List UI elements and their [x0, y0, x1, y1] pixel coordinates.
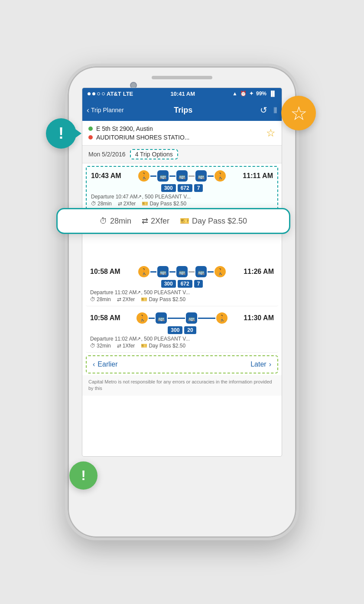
bus-icon-3: 🚌	[195, 170, 207, 182]
walk-icon-6: 🚶	[216, 312, 228, 324]
signal-dot-4	[102, 92, 105, 95]
route-stops: E 5th St 2900, Austin AUDITORIUM SHORES …	[88, 125, 189, 141]
signal-dot-1	[88, 92, 91, 95]
date-bar: Mon 5/2/2016 4 Trip Options	[82, 146, 282, 163]
route-badge-672: 672	[178, 184, 192, 192]
trip-1-route-badges: 300 672 7	[91, 184, 273, 192]
trip-3-transfers: 1Xfer	[123, 343, 135, 349]
connector-1	[150, 175, 156, 177]
trip-3-fare: Day Pass $2.50	[149, 343, 185, 349]
connector-8	[208, 271, 214, 273]
trip-1-fare: Day Pass $2.50	[150, 201, 186, 207]
date-label: Mon 5/2/2016	[88, 151, 126, 158]
trip-2-details: ⏱ 28min ⇄ 2Xfer 🎫 Day Pass $2.50	[90, 296, 274, 302]
location-icon: ▲	[232, 91, 237, 97]
connector-11	[198, 318, 215, 319]
trip-options-badge: 4 Trip Options	[130, 149, 178, 159]
connector-5	[150, 271, 156, 273]
later-label: Later	[250, 360, 266, 368]
popup-fare-item: 🎫 Day Pass $2.50	[180, 216, 247, 226]
later-button[interactable]: Later ›	[250, 360, 271, 368]
connector-7	[188, 271, 195, 273]
connector-10	[168, 318, 185, 319]
status-bar: AT&T LTE 10:41 AM ▲ ⏰ ✦ 99% ▐▌	[82, 88, 282, 99]
trip-1-transfers: 2Xfer	[124, 201, 136, 207]
menu-icon[interactable]: ⫴	[273, 105, 277, 115]
walk-icon-4: 🚶	[214, 266, 226, 277]
trip-detail-popup: ⏱ 28min ⇄ 2Xfer 🎫 Day Pass $2.50	[56, 208, 290, 234]
nav-actions: ↺ ⫴	[260, 105, 277, 115]
annotation-gold-badge: ☆	[281, 96, 316, 130]
trip-3-depart: 10:58 AM	[90, 314, 120, 322]
trip-2-depart: 10:58 AM	[90, 268, 120, 276]
origin-dot	[88, 127, 93, 131]
favorite-icon[interactable]: ☆	[266, 127, 276, 139]
trip-1-route-icons: 🚶 🚌 🚌 🚌 🚶	[138, 170, 226, 182]
trip-2-fare: Day Pass $2.50	[149, 296, 185, 302]
bus-icon-2: 🚌	[176, 170, 188, 182]
trip-card-3[interactable]: 10:58 AM 🚶 🚌 🚌 🚶 11:30 AM 300 20	[86, 309, 278, 353]
route-2-badge-672: 672	[178, 280, 192, 288]
trip-3-arrive: 11:30 AM	[244, 314, 274, 322]
popup-fare: Day Pass $2.50	[192, 217, 247, 226]
destination-label: AUDITORIUM SHORES STATIO...	[96, 134, 189, 141]
ticket-icon-3: 🎫	[141, 343, 147, 349]
popup-duration-item: ⏱ 28min	[100, 217, 131, 226]
route-header: E 5th St 2900, Austin AUDITORIUM SHORES …	[82, 121, 282, 146]
trip-card-1[interactable]: 10:43 AM 🚶 🚌 🚌 🚌 🚶 11:11 AM	[86, 166, 278, 211]
route-badge-300: 300	[161, 184, 176, 192]
annotation-teal-badge: !	[46, 118, 76, 149]
trip-1-details: ⏱ 28min ⇄ 2Xfer 🎫 Day Pass $2.50	[91, 201, 273, 207]
popup-transfer-item: ⇄ 2Xfer	[142, 216, 169, 226]
route-3-badge-20: 20	[184, 326, 196, 334]
ticket-icon-2: 🎫	[141, 296, 147, 302]
later-chevron-icon: ›	[269, 360, 271, 368]
earlier-label: Earlier	[98, 360, 117, 368]
nav-title: Trips	[107, 106, 260, 115]
phone-speaker	[152, 76, 212, 79]
connector-9	[149, 318, 155, 319]
route-2-badge-7: 7	[194, 280, 203, 288]
connector-6	[169, 271, 176, 273]
walk-icon-1: 🚶	[138, 170, 150, 182]
walk-icon-2: 🚶	[214, 170, 226, 182]
trip-2-departure-info: Departure 11:02 AM↗, 500 PLEASANT V...	[90, 289, 274, 296]
origin-label: E 5th St 2900, Austin	[96, 125, 153, 132]
bus-icon-4: 🚌	[157, 266, 169, 277]
trip-1-duration: 28min	[98, 201, 112, 207]
bluetooth-icon: ✦	[249, 91, 254, 97]
trip-navigation-footer: ‹ Earlier Later ›	[86, 355, 278, 373]
bus-icon-7: 🚌	[156, 312, 167, 324]
clock-icon-3: ⏱	[90, 343, 95, 349]
trip-3-route-badges: 300 20	[90, 326, 274, 334]
popup-clock-icon: ⏱	[100, 217, 107, 226]
popup-transfers: 2Xfer	[151, 217, 169, 226]
route-2-badge-300: 300	[161, 280, 176, 288]
connector-2	[169, 175, 176, 177]
trip-2-route-badges: 300 672 7	[90, 280, 274, 288]
bus-icon-6: 🚌	[195, 266, 207, 277]
alarm-icon: ⏰	[240, 91, 247, 97]
trip-3-details: ⏱ 32min ⇄ 1Xfer 🎫 Day Pass $2.50	[90, 343, 274, 349]
trip-3-route-icons: 🚶 🚌 🚌 🚶	[136, 312, 228, 324]
transfer-icon-2: ⇄	[117, 296, 121, 302]
trip-2-arrive: 11:26 AM	[244, 268, 274, 276]
trip-1-depart: 10:43 AM	[91, 172, 121, 180]
trip-card-2[interactable]: 10:58 AM 🚶 🚌 🚌 🚌 🚶 11:26 AM	[86, 263, 278, 306]
connector-3	[188, 175, 195, 177]
connector-4	[208, 175, 214, 177]
route-3-badge-300: 300	[168, 326, 182, 334]
route-badge-7: 7	[194, 184, 203, 192]
trip-1-arrive: 11:11 AM	[243, 172, 273, 180]
trip-3-departure-info: Departure 11:02 AM↗, 500 PLEASANT V...	[90, 336, 274, 342]
ticket-icon-1: 🎫	[142, 201, 148, 207]
network-label: LTE	[123, 91, 133, 97]
trip-3-duration: 32min	[97, 343, 111, 349]
origin-row: E 5th St 2900, Austin	[88, 125, 189, 132]
transfer-icon-1: ⇄	[118, 201, 122, 207]
carrier-label: AT&T	[107, 91, 121, 97]
earlier-chevron-icon: ‹	[93, 360, 95, 368]
disclaimer-text: Capital Metro is not responsible for any…	[82, 375, 282, 396]
refresh-icon[interactable]: ↺	[260, 105, 267, 115]
earlier-button[interactable]: ‹ Earlier	[93, 360, 118, 368]
